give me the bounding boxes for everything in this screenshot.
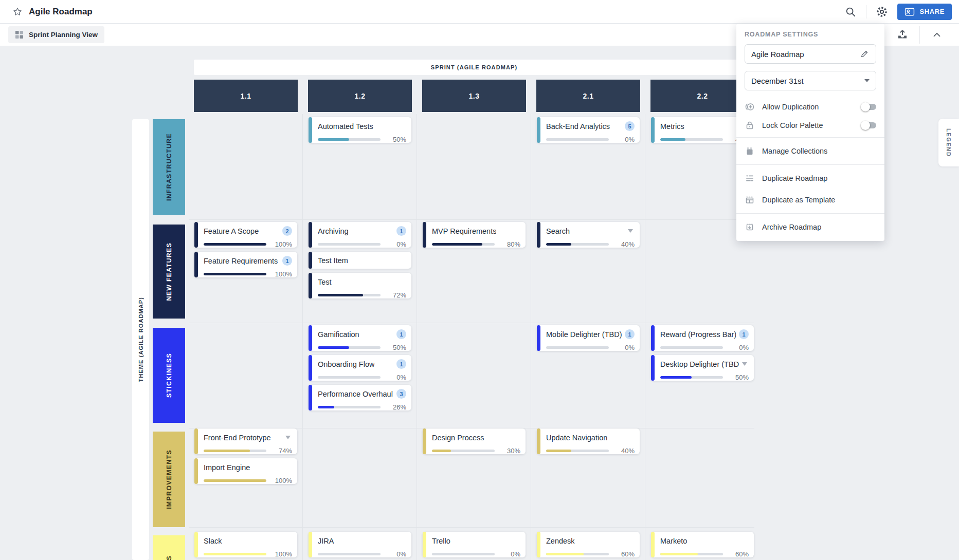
progress-fill xyxy=(318,294,363,296)
card-accent xyxy=(309,325,312,351)
card-title: Reward (Progress Bar) xyxy=(660,330,736,339)
progress-track xyxy=(318,553,381,555)
roadmap-card[interactable]: Import Engine100% xyxy=(194,458,297,484)
roadmap-card[interactable]: JIRA0% xyxy=(309,532,411,557)
roadmap-card[interactable]: Reward (Progress Bar)10% xyxy=(651,325,754,351)
share-button-label: SHARE xyxy=(919,8,945,15)
progress-percent: 100% xyxy=(272,241,292,248)
menu-item-archive-roadmap[interactable]: Archive Roadmap xyxy=(736,216,884,238)
card-accent xyxy=(309,385,312,410)
roadmap-card[interactable]: Archiving10% xyxy=(309,222,411,248)
card-accent xyxy=(537,428,540,454)
roadmap-name-input[interactable]: Agile Roadmap xyxy=(745,44,876,64)
roadmap-card[interactable]: Front-End Prototype74% xyxy=(194,428,297,454)
column-header[interactable]: 1.1 xyxy=(194,80,298,112)
column-divider xyxy=(531,114,531,560)
progress-track xyxy=(546,553,609,555)
roadmap-card[interactable]: Back-End Analytics50% xyxy=(537,117,640,143)
menu-item-manage-collections[interactable]: Manage Collections xyxy=(736,140,884,162)
lock-color-palette-toggle[interactable] xyxy=(861,121,876,130)
collapse-marker-icon[interactable] xyxy=(742,362,747,366)
progress-percent: 30% xyxy=(500,447,520,454)
lane-label[interactable]: IMPROVEMENTS xyxy=(153,432,185,527)
column-header[interactable]: 2.1 xyxy=(536,80,640,112)
allow-duplication-toggle[interactable] xyxy=(861,102,876,111)
collapse-marker-icon[interactable] xyxy=(285,436,291,439)
roadmap-card[interactable]: Design Process30% xyxy=(423,428,526,454)
card-title-row: Test Item xyxy=(318,255,348,265)
progress-fill xyxy=(546,243,571,246)
roadmap-card[interactable]: Zendesk60% xyxy=(537,532,640,557)
card-accent xyxy=(651,355,655,381)
progress-track xyxy=(546,346,609,349)
progress-track xyxy=(660,376,723,379)
roadmap-card[interactable]: Search40% xyxy=(537,222,640,248)
card-accent xyxy=(309,252,312,269)
progress-row: 0% xyxy=(318,374,406,381)
roadmap-card[interactable]: Test72% xyxy=(309,273,411,298)
card-accent xyxy=(651,532,655,557)
tab-sprint-planning-view[interactable]: Sprint Planning View xyxy=(8,26,104,43)
progress-fill xyxy=(204,273,266,275)
gear-icon[interactable] xyxy=(874,4,890,20)
card-title: Test Item xyxy=(318,256,348,265)
progress-row: 40% xyxy=(660,136,749,143)
lock-color-palette-label: Lock Color Palette xyxy=(762,121,823,129)
progress-track xyxy=(318,346,381,349)
roadmap-card[interactable]: Feature Requirements1100% xyxy=(194,252,297,277)
roadmap-card[interactable]: Slack100% xyxy=(194,532,297,557)
card-accent xyxy=(651,117,655,143)
roadmap-card[interactable]: Gamification150% xyxy=(309,325,411,351)
share-button[interactable]: SHARE xyxy=(897,4,952,20)
menu-item-duplicate-as-template[interactable]: Duplicate as Template xyxy=(736,189,884,211)
roadmap-card[interactable]: MVP Requirements80% xyxy=(423,222,526,248)
roadmap-card[interactable]: Update Navigation40% xyxy=(537,428,640,454)
column-header[interactable]: 1.3 xyxy=(422,80,526,112)
card-title: Trello xyxy=(432,537,450,545)
collapse-marker-icon[interactable] xyxy=(628,229,633,233)
roadmap-card[interactable]: Desktop Delighter (TBD)50% xyxy=(651,355,754,381)
roadmap-card[interactable]: Trello0% xyxy=(423,532,526,557)
card-title: Mobile Delighter (TBD) xyxy=(546,330,622,339)
menu-item-duplicate-roadmap[interactable]: Duplicate Roadmap xyxy=(736,167,884,189)
edit-pencil-icon[interactable] xyxy=(859,49,870,59)
lane-label[interactable]: INFRASTRUCTURE xyxy=(153,119,185,215)
progress-percent: 0% xyxy=(614,136,635,143)
card-title-row: Metrics xyxy=(660,121,749,131)
roadmap-card[interactable]: Feature A Scope2100% xyxy=(194,222,297,248)
allow-duplication-row: Allow Duplication xyxy=(736,98,884,116)
roadmap-card[interactable]: Marketo60% xyxy=(651,532,754,557)
progress-row: 26% xyxy=(318,404,406,410)
lane-label[interactable]: INTEGRATIONS xyxy=(153,535,185,560)
roadmap-card[interactable]: Test Item xyxy=(309,252,411,269)
progress-fill xyxy=(318,406,334,408)
progress-track xyxy=(318,294,381,296)
progress-track xyxy=(546,243,609,246)
legend-tab[interactable]: LEGEND xyxy=(938,119,959,166)
lane-label[interactable]: STICKINESS xyxy=(153,328,185,423)
app-root: Agile Roadmap SHARE xyxy=(0,0,959,560)
card-title: Zendesk xyxy=(546,537,575,545)
progress-row: 60% xyxy=(660,551,749,557)
export-icon[interactable] xyxy=(895,27,910,43)
search-icon[interactable] xyxy=(843,4,858,20)
roadmap-card[interactable]: Performance Overhaul326% xyxy=(309,385,411,410)
progress-percent: 50% xyxy=(728,374,749,381)
manage-collections-label: Manage Collections xyxy=(762,147,827,155)
column-header[interactable]: 1.2 xyxy=(308,80,412,112)
duplicate-roadmap-icon xyxy=(745,173,755,183)
roadmap-date-dropdown[interactable]: December 31st xyxy=(745,71,876,90)
roadmap-settings-panel: ROADMAP SETTINGS Agile Roadmap December … xyxy=(736,24,884,241)
card-title-row: Design Process xyxy=(432,433,520,442)
card-title: Automated Tests xyxy=(318,122,373,130)
lane-label[interactable]: NEW FEATURES xyxy=(153,225,185,319)
item-count-badge: 1 xyxy=(396,226,406,236)
roadmap-card[interactable]: Automated Tests50% xyxy=(309,117,411,143)
favorite-star-icon[interactable] xyxy=(12,7,23,17)
card-title: Archiving xyxy=(318,227,349,235)
collapse-header-chevron-icon[interactable] xyxy=(929,27,945,43)
card-title-row: Desktop Delighter (TBD) xyxy=(660,359,749,369)
roadmap-card[interactable]: Mobile Delighter (TBD)10% xyxy=(537,325,640,351)
card-accent xyxy=(537,222,540,248)
roadmap-card[interactable]: Onboarding Flow10% xyxy=(309,355,411,381)
